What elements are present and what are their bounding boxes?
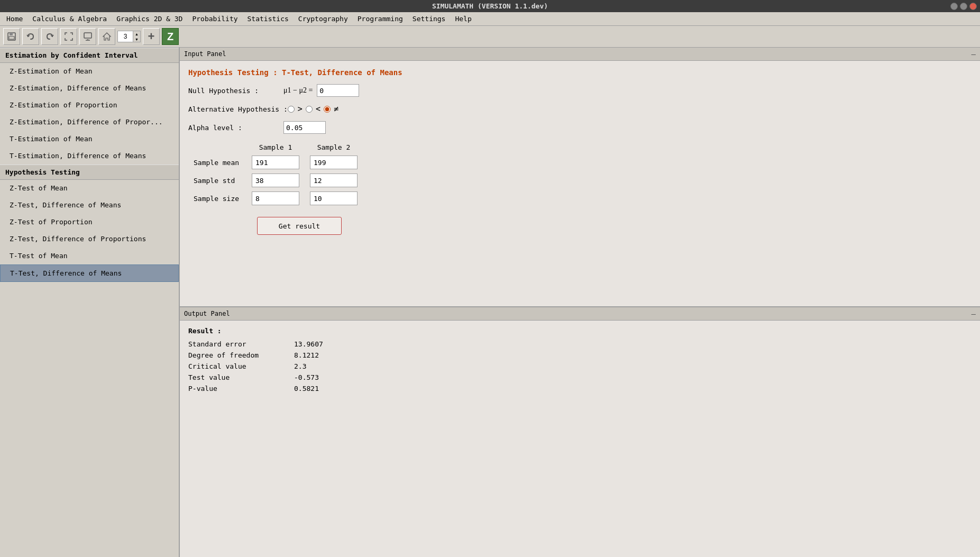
maximize-button[interactable] bbox=[960, 3, 967, 10]
alt-greater-label[interactable]: > bbox=[298, 104, 303, 114]
result-val-4: 0.5821 bbox=[294, 385, 319, 392]
section1-header: Estimation by Confident Interval bbox=[0, 48, 179, 63]
alt-less-radio[interactable] bbox=[306, 106, 313, 113]
sample2-size-cell: 10 bbox=[305, 189, 363, 207]
spinner-buttons[interactable]: ▲ ▼ bbox=[133, 31, 140, 42]
output-panel-close[interactable]: — bbox=[972, 309, 976, 318]
alt-less-label[interactable]: < bbox=[316, 104, 320, 114]
minimize-button[interactable] bbox=[950, 3, 958, 10]
alpha-row: Alpha level : 0.05 bbox=[188, 121, 972, 134]
null-value-input[interactable]: 0 bbox=[317, 84, 359, 97]
menu-programming[interactable]: Programming bbox=[353, 13, 407, 24]
list-item-t-test-mean[interactable]: T-Test of Mean bbox=[0, 248, 179, 264]
list-item-z-test-diff-props[interactable]: Z-Test, Difference of Proportions bbox=[0, 231, 179, 248]
result-val-1: 8.1212 bbox=[294, 351, 319, 359]
redo-button[interactable] bbox=[41, 28, 58, 45]
app-title: SIMULAMATH (VERSION 1.1.dev) bbox=[432, 2, 548, 10]
sample2-std-cell: 12 bbox=[305, 171, 363, 189]
sample2-mean-input[interactable]: 199 bbox=[310, 156, 358, 169]
list-item-z-test-prop[interactable]: Z-Test of Proportion bbox=[0, 214, 179, 231]
get-result-button[interactable]: Get result bbox=[257, 217, 342, 235]
alt-hypothesis-label: Alternative Hypothesis : bbox=[188, 105, 288, 113]
spinner[interactable]: 3 ▲ ▼ bbox=[117, 31, 141, 42]
right-panel: Input Panel — Hypothesis Testing : T-Tes… bbox=[180, 48, 980, 557]
menu-probability[interactable]: Probability bbox=[188, 13, 242, 24]
null-mu-symbol: μ1 − μ2 = bbox=[283, 86, 313, 95]
result-key-2: Critical value bbox=[188, 362, 294, 370]
sample1-mean-cell: 191 bbox=[246, 153, 305, 171]
alt-notequal-label[interactable]: ≠ bbox=[334, 104, 338, 114]
title-bar-controls[interactable] bbox=[950, 3, 977, 10]
svg-rect-2 bbox=[9, 36, 14, 39]
fullscreen-button[interactable] bbox=[60, 28, 77, 45]
menu-calculus[interactable]: Calculus & Algebra bbox=[28, 13, 111, 24]
output-panel-header: Output Panel — bbox=[180, 307, 980, 321]
menu-graphics[interactable]: Graphics 2D & 3D bbox=[112, 13, 187, 24]
sample2-std-input[interactable]: 12 bbox=[310, 174, 358, 187]
sample-size-label: Sample size bbox=[188, 189, 246, 207]
result-row-2: Critical value 2.3 bbox=[188, 362, 972, 370]
sample1-size-input[interactable]: 8 bbox=[252, 191, 299, 205]
save-button[interactable] bbox=[3, 28, 20, 45]
sample2-size-input[interactable]: 10 bbox=[310, 191, 358, 205]
sample-table: Sample 1 Sample 2 Sample mean 191 199 Sa bbox=[188, 141, 972, 207]
list-item-z-est-diff-prop[interactable]: Z-Estimation, Difference of Propor... bbox=[0, 114, 179, 131]
zap-button[interactable]: Z bbox=[162, 28, 179, 45]
sample1-std-input[interactable]: 38 bbox=[252, 174, 299, 187]
menu-statistics[interactable]: Statistics bbox=[243, 13, 293, 24]
spinner-down[interactable]: ▼ bbox=[133, 36, 140, 42]
hyp-title-sep: : bbox=[273, 68, 282, 77]
result-row-0: Standard error 13.9607 bbox=[188, 340, 972, 348]
list-item-z-test-mean[interactable]: Z-Test of Mean bbox=[0, 180, 179, 197]
home-button[interactable] bbox=[98, 28, 115, 45]
sample1-size-cell: 8 bbox=[246, 189, 305, 207]
alpha-input[interactable]: 0.05 bbox=[283, 121, 326, 134]
close-button[interactable] bbox=[969, 3, 977, 10]
list-item-t-est-diff-means[interactable]: T-Estimation, Difference of Means bbox=[0, 148, 179, 165]
result-key-3: Test value bbox=[188, 373, 294, 381]
result-title: Result : bbox=[188, 327, 972, 335]
input-panel: Hypothesis Testing : T-Test, Difference … bbox=[180, 61, 980, 307]
spinner-up[interactable]: ▲ bbox=[133, 31, 140, 36]
sample1-mean-input[interactable]: 191 bbox=[252, 156, 299, 169]
list-item-z-est-prop[interactable]: Z-Estimation of Proportion bbox=[0, 97, 179, 114]
add-button[interactable]: + bbox=[143, 28, 160, 45]
menu-cryptography[interactable]: Cryptography bbox=[294, 13, 352, 24]
result-key-0: Standard error bbox=[188, 340, 294, 348]
input-panel-close[interactable]: — bbox=[972, 50, 976, 58]
alt-hypothesis-row: Alternative Hypothesis : > < ≠ bbox=[188, 104, 972, 114]
svg-rect-3 bbox=[84, 33, 91, 38]
result-row-1: Degree of freedom 8.1212 bbox=[188, 351, 972, 359]
left-panel: Estimation by Confident Interval Z-Estim… bbox=[0, 48, 180, 557]
sample-std-label: Sample std bbox=[188, 171, 246, 189]
sample2-header: Sample 2 bbox=[305, 141, 363, 153]
list-item-z-test-diff-means[interactable]: Z-Test, Difference of Means bbox=[0, 197, 179, 214]
undo-button[interactable] bbox=[22, 28, 39, 45]
list-item-z-est-diff-means[interactable]: Z-Estimation, Difference of Means bbox=[0, 80, 179, 97]
menu-home[interactable]: Home bbox=[2, 13, 27, 24]
section2-header: Hypothesis Testing bbox=[0, 165, 179, 180]
list-item-t-est-mean[interactable]: T-Estimation of Mean bbox=[0, 131, 179, 148]
export-button[interactable] bbox=[79, 28, 96, 45]
hypothesis-title: Hypothesis Testing : T-Test, Difference … bbox=[188, 68, 972, 77]
menu-bar: Home Calculus & Algebra Graphics 2D & 3D… bbox=[0, 12, 980, 26]
alpha-label: Alpha level : bbox=[188, 124, 283, 132]
output-panel: Result : Standard error 13.9607 Degree o… bbox=[180, 321, 980, 558]
spinner-input[interactable]: 3 bbox=[118, 31, 133, 42]
result-val-2: 2.3 bbox=[294, 362, 306, 370]
hyp-title-main: Hypothesis Testing bbox=[188, 68, 269, 77]
sample1-header: Sample 1 bbox=[246, 141, 305, 153]
result-row-3: Test value -0.573 bbox=[188, 373, 972, 381]
input-panel-header: Input Panel — bbox=[180, 48, 980, 61]
result-key-4: P-value bbox=[188, 385, 294, 392]
sample1-std-cell: 38 bbox=[246, 171, 305, 189]
alt-notequal-radio[interactable] bbox=[324, 106, 331, 113]
hyp-title-sub: T-Test, Difference of Means bbox=[282, 68, 402, 77]
list-item-t-test-diff-means[interactable]: T-Test, Difference of Means bbox=[0, 264, 179, 282]
menu-help[interactable]: Help bbox=[451, 13, 475, 24]
title-bar: SIMULAMATH (VERSION 1.1.dev) bbox=[0, 0, 980, 12]
menu-settings[interactable]: Settings bbox=[408, 13, 450, 24]
list-item-z-est-mean[interactable]: Z-Estimation of Mean bbox=[0, 63, 179, 80]
sample2-mean-cell: 199 bbox=[305, 153, 363, 171]
alt-greater-radio[interactable] bbox=[288, 106, 295, 113]
